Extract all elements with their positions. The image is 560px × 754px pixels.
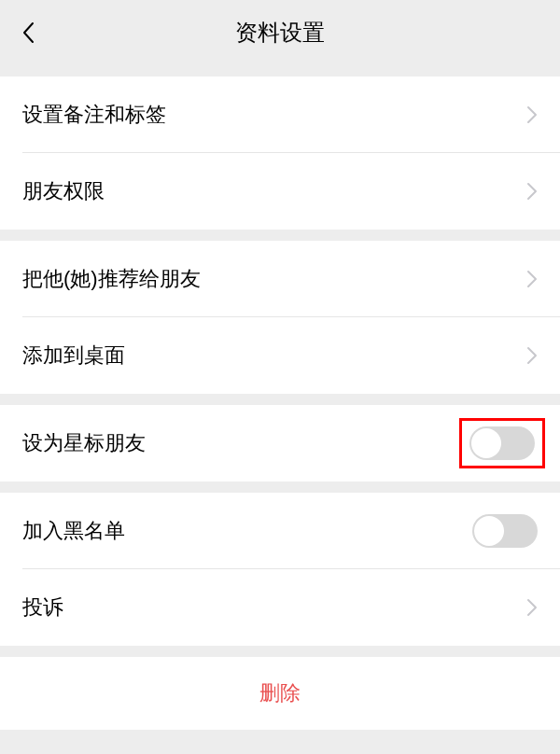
row-label: 加入黑名单 xyxy=(22,517,125,545)
highlight-annotation xyxy=(459,418,545,468)
chevron-right-icon xyxy=(526,598,538,617)
row-label: 设为星标朋友 xyxy=(22,429,146,457)
chevron-right-icon xyxy=(526,346,538,365)
page-title: 资料设置 xyxy=(235,18,325,48)
delete-button[interactable]: 删除 xyxy=(0,657,560,730)
row-label: 添加到桌面 xyxy=(22,342,125,370)
row-label: 设置备注和标签 xyxy=(22,101,166,129)
row-label: 投诉 xyxy=(22,593,63,621)
row-label: 朋友权限 xyxy=(22,177,105,205)
back-button[interactable] xyxy=(14,19,42,47)
row-friend-permissions[interactable]: 朋友权限 xyxy=(0,153,560,230)
back-icon xyxy=(21,21,35,44)
section-recommend: 把他(她)推荐给朋友 添加到桌面 xyxy=(0,241,560,394)
toggle-star-friend[interactable] xyxy=(469,426,535,460)
chevron-right-icon xyxy=(526,182,538,201)
section-star: 设为星标朋友 xyxy=(0,405,560,482)
delete-label: 删除 xyxy=(259,679,301,707)
toggle-blacklist[interactable] xyxy=(472,514,538,548)
row-report[interactable]: 投诉 xyxy=(0,569,560,646)
row-add-desktop[interactable]: 添加到桌面 xyxy=(0,317,560,394)
row-label: 把他(她)推荐给朋友 xyxy=(22,265,201,293)
chevron-right-icon xyxy=(526,270,538,288)
chevron-right-icon xyxy=(526,105,538,124)
section-block: 加入黑名单 投诉 xyxy=(0,493,560,646)
row-recommend-friend[interactable]: 把他(她)推荐给朋友 xyxy=(0,241,560,317)
row-set-remarks[interactable]: 设置备注和标签 xyxy=(0,77,560,153)
row-star-friend: 设为星标朋友 xyxy=(0,405,560,482)
header: 资料设置 xyxy=(0,0,560,65)
row-blacklist: 加入黑名单 xyxy=(0,493,560,569)
section-basic: 设置备注和标签 朋友权限 xyxy=(0,77,560,230)
